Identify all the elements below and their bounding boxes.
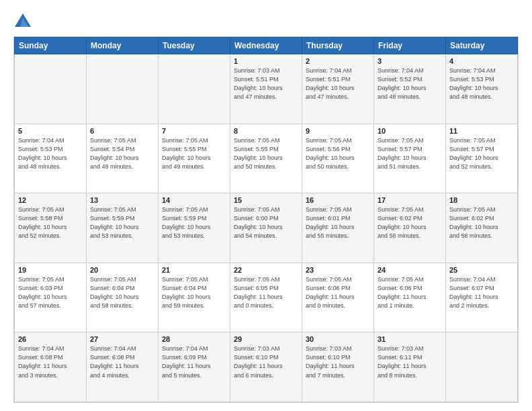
calendar-cell: 23Sunrise: 7:05 AM Sunset: 6:06 PM Dayli… <box>302 263 374 332</box>
day-info: Sunrise: 7:05 AM Sunset: 6:04 PM Dayligh… <box>90 275 154 310</box>
weekday-header: Sunday <box>15 38 87 54</box>
calendar-cell: 8Sunrise: 7:05 AM Sunset: 5:55 PM Daylig… <box>230 124 302 193</box>
day-info: Sunrise: 7:05 AM Sunset: 6:01 PM Dayligh… <box>306 205 370 240</box>
day-info: Sunrise: 7:05 AM Sunset: 6:05 PM Dayligh… <box>234 275 298 310</box>
day-number: 22 <box>234 266 298 274</box>
week-row: 19Sunrise: 7:05 AM Sunset: 6:03 PM Dayli… <box>15 263 518 332</box>
calendar-cell: 18Sunrise: 7:05 AM Sunset: 6:02 PM Dayli… <box>446 193 518 263</box>
day-number: 2 <box>306 57 370 65</box>
calendar-cell: 22Sunrise: 7:05 AM Sunset: 6:05 PM Dayli… <box>230 263 302 332</box>
calendar-cell: 12Sunrise: 7:05 AM Sunset: 5:58 PM Dayli… <box>15 193 87 263</box>
day-number: 1 <box>234 57 298 65</box>
day-info: Sunrise: 7:05 AM Sunset: 6:06 PM Dayligh… <box>378 275 442 310</box>
day-info: Sunrise: 7:04 AM Sunset: 6:09 PM Dayligh… <box>162 345 226 379</box>
day-info: Sunrise: 7:05 AM Sunset: 5:57 PM Dayligh… <box>378 136 442 171</box>
calendar-cell: 11Sunrise: 7:05 AM Sunset: 5:57 PM Dayli… <box>446 124 518 193</box>
day-info: Sunrise: 7:05 AM Sunset: 5:56 PM Dayligh… <box>306 136 370 171</box>
calendar-cell: 21Sunrise: 7:05 AM Sunset: 6:04 PM Dayli… <box>159 263 230 332</box>
day-info: Sunrise: 7:04 AM Sunset: 5:53 PM Dayligh… <box>449 66 514 101</box>
calendar-cell: 6Sunrise: 7:05 AM Sunset: 5:54 PM Daylig… <box>87 124 159 193</box>
calendar-cell: 4Sunrise: 7:04 AM Sunset: 5:53 PM Daylig… <box>446 54 518 124</box>
week-row: 12Sunrise: 7:05 AM Sunset: 5:58 PM Dayli… <box>15 193 518 263</box>
weekday-header: Thursday <box>302 38 374 54</box>
calendar-cell: 5Sunrise: 7:04 AM Sunset: 5:53 PM Daylig… <box>15 124 87 193</box>
day-info: Sunrise: 7:05 AM Sunset: 5:59 PM Dayligh… <box>162 205 226 240</box>
week-row: 1Sunrise: 7:03 AM Sunset: 5:51 PM Daylig… <box>15 54 518 124</box>
calendar-cell: 17Sunrise: 7:05 AM Sunset: 6:02 PM Dayli… <box>374 193 446 263</box>
day-number: 31 <box>378 335 442 343</box>
day-info: Sunrise: 7:05 AM Sunset: 5:55 PM Dayligh… <box>234 136 298 171</box>
calendar-cell: 14Sunrise: 7:05 AM Sunset: 5:59 PM Dayli… <box>159 193 230 263</box>
weekday-header: Wednesday <box>230 38 302 54</box>
calendar-cell: 29Sunrise: 7:03 AM Sunset: 6:10 PM Dayli… <box>230 332 302 402</box>
day-number: 12 <box>18 196 83 204</box>
weekday-header: Tuesday <box>159 38 230 54</box>
day-number: 7 <box>162 127 226 135</box>
calendar-cell: 27Sunrise: 7:04 AM Sunset: 6:08 PM Dayli… <box>87 332 159 402</box>
day-number: 28 <box>162 335 226 343</box>
calendar-cell: 19Sunrise: 7:05 AM Sunset: 6:03 PM Dayli… <box>15 263 87 332</box>
day-number: 23 <box>306 266 370 274</box>
day-info: Sunrise: 7:04 AM Sunset: 6:08 PM Dayligh… <box>18 345 83 379</box>
logo <box>13 12 36 31</box>
day-number: 4 <box>449 57 514 65</box>
day-number: 14 <box>162 196 226 204</box>
day-info: Sunrise: 7:04 AM Sunset: 5:51 PM Dayligh… <box>306 66 370 101</box>
day-info: Sunrise: 7:05 AM Sunset: 6:00 PM Dayligh… <box>234 205 298 240</box>
day-info: Sunrise: 7:04 AM Sunset: 5:52 PM Dayligh… <box>378 66 442 101</box>
calendar-cell: 3Sunrise: 7:04 AM Sunset: 5:52 PM Daylig… <box>374 54 446 124</box>
day-info: Sunrise: 7:03 AM Sunset: 6:10 PM Dayligh… <box>306 345 370 379</box>
day-number: 29 <box>234 335 298 343</box>
calendar-cell: 20Sunrise: 7:05 AM Sunset: 6:04 PM Dayli… <box>87 263 159 332</box>
day-info: Sunrise: 7:05 AM Sunset: 5:54 PM Dayligh… <box>90 136 154 171</box>
day-info: Sunrise: 7:05 AM Sunset: 5:58 PM Dayligh… <box>18 205 83 240</box>
day-number: 27 <box>90 335 154 343</box>
calendar-cell: 15Sunrise: 7:05 AM Sunset: 6:00 PM Dayli… <box>230 193 302 263</box>
calendar-cell <box>159 54 230 124</box>
day-number: 26 <box>18 335 83 343</box>
calendar-cell <box>87 54 159 124</box>
calendar-cell: 24Sunrise: 7:05 AM Sunset: 6:06 PM Dayli… <box>374 263 446 332</box>
day-info: Sunrise: 7:05 AM Sunset: 5:55 PM Dayligh… <box>162 136 226 171</box>
day-info: Sunrise: 7:03 AM Sunset: 6:11 PM Dayligh… <box>378 345 442 379</box>
logo-icon <box>13 12 32 31</box>
day-info: Sunrise: 7:05 AM Sunset: 6:04 PM Dayligh… <box>162 275 226 310</box>
calendar-cell: 28Sunrise: 7:04 AM Sunset: 6:09 PM Dayli… <box>159 332 230 402</box>
day-number: 6 <box>90 127 154 135</box>
day-info: Sunrise: 7:04 AM Sunset: 5:53 PM Dayligh… <box>18 136 83 171</box>
day-number: 8 <box>234 127 298 135</box>
day-number: 18 <box>449 196 514 204</box>
day-info: Sunrise: 7:05 AM Sunset: 6:02 PM Dayligh… <box>378 205 442 240</box>
week-row: 5Sunrise: 7:04 AM Sunset: 5:53 PM Daylig… <box>15 124 518 193</box>
day-info: Sunrise: 7:03 AM Sunset: 6:10 PM Dayligh… <box>234 345 298 379</box>
day-info: Sunrise: 7:04 AM Sunset: 6:08 PM Dayligh… <box>90 345 154 379</box>
calendar-cell: 25Sunrise: 7:04 AM Sunset: 6:07 PM Dayli… <box>446 263 518 332</box>
calendar-cell: 9Sunrise: 7:05 AM Sunset: 5:56 PM Daylig… <box>302 124 374 193</box>
calendar-cell: 13Sunrise: 7:05 AM Sunset: 5:59 PM Dayli… <box>87 193 159 263</box>
day-number: 11 <box>449 127 514 135</box>
day-number: 10 <box>378 127 442 135</box>
week-row: 26Sunrise: 7:04 AM Sunset: 6:08 PM Dayli… <box>15 332 518 402</box>
calendar-cell: 26Sunrise: 7:04 AM Sunset: 6:08 PM Dayli… <box>15 332 87 402</box>
day-info: Sunrise: 7:05 AM Sunset: 6:02 PM Dayligh… <box>449 205 514 240</box>
calendar-cell: 31Sunrise: 7:03 AM Sunset: 6:11 PM Dayli… <box>374 332 446 402</box>
calendar-cell: 10Sunrise: 7:05 AM Sunset: 5:57 PM Dayli… <box>374 124 446 193</box>
calendar-cell: 7Sunrise: 7:05 AM Sunset: 5:55 PM Daylig… <box>159 124 230 193</box>
day-number: 16 <box>306 196 370 204</box>
calendar-cell <box>15 54 87 124</box>
day-number: 25 <box>449 266 514 274</box>
weekday-header-row: SundayMondayTuesdayWednesdayThursdayFrid… <box>15 38 518 54</box>
header <box>13 12 519 31</box>
day-info: Sunrise: 7:04 AM Sunset: 6:07 PM Dayligh… <box>449 275 514 310</box>
day-number: 19 <box>18 266 83 274</box>
calendar: SundayMondayTuesdayWednesdayThursdayFrid… <box>13 36 519 403</box>
day-number: 24 <box>378 266 442 274</box>
day-info: Sunrise: 7:05 AM Sunset: 6:03 PM Dayligh… <box>18 275 83 310</box>
day-number: 3 <box>378 57 442 65</box>
calendar-cell: 30Sunrise: 7:03 AM Sunset: 6:10 PM Dayli… <box>302 332 374 402</box>
day-number: 9 <box>306 127 370 135</box>
day-info: Sunrise: 7:03 AM Sunset: 5:51 PM Dayligh… <box>234 66 298 101</box>
calendar-cell: 2Sunrise: 7:04 AM Sunset: 5:51 PM Daylig… <box>302 54 374 124</box>
day-number: 15 <box>234 196 298 204</box>
calendar-cell: 16Sunrise: 7:05 AM Sunset: 6:01 PM Dayli… <box>302 193 374 263</box>
